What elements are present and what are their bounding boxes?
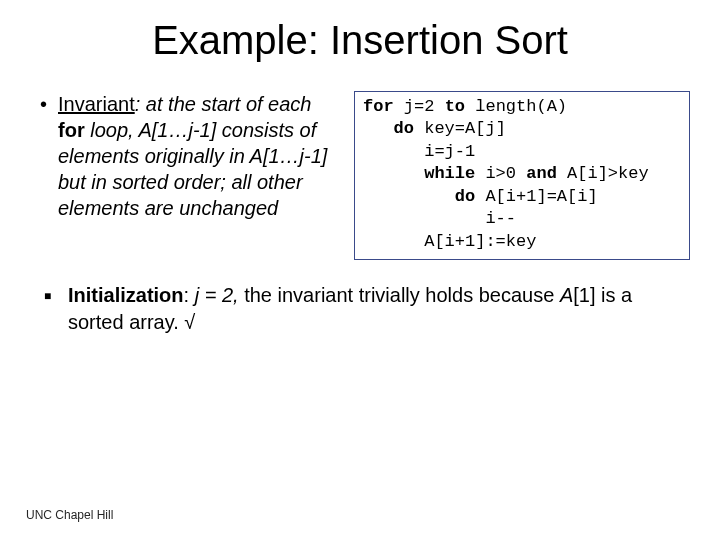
init-arr: A	[560, 284, 573, 306]
code-t: A[i]>key	[557, 164, 649, 183]
invariant-body: loop, A[1…j-1] consists of elements orig…	[58, 119, 327, 219]
code-box: for j=2 to length(A) do key=A[j] i=j-1 w…	[354, 91, 690, 260]
bullet-marker: •	[40, 91, 58, 221]
invariant-for: for	[58, 119, 85, 141]
code-t: A[i+1]:=key	[363, 232, 536, 251]
init-j2: j = 2,	[195, 284, 239, 306]
init-r1: the invariant trivially holds because	[239, 284, 560, 306]
code-t: i=j-1	[363, 142, 475, 161]
code-t: j=2	[394, 97, 445, 116]
slide-title: Example: Insertion Sort	[0, 18, 720, 63]
code-t: A[i+1]=A[i]	[475, 187, 597, 206]
invariant-text: Invariant: at the start of each for loop…	[58, 91, 340, 221]
footer-text: UNC Chapel Hill	[26, 508, 113, 522]
content-row: • Invariant: at the start of each for lo…	[0, 91, 720, 260]
kw-do2: do	[363, 187, 475, 206]
square-bullet-icon: ■	[44, 282, 68, 336]
initialization-text: Initialization: j = 2, the invariant tri…	[68, 282, 676, 336]
code-t: length(A)	[465, 97, 567, 116]
code-t: i--	[363, 209, 516, 228]
kw-to: to	[445, 97, 465, 116]
invariant-label: Invariant	[58, 93, 135, 115]
init-sep: :	[184, 284, 195, 306]
kw-while: while	[363, 164, 475, 183]
kw-do: do	[363, 119, 414, 138]
code-t: i>0	[475, 164, 526, 183]
invariant-pre: : at the start of each	[135, 93, 312, 115]
kw-for: for	[363, 97, 394, 116]
init-label: Initialization	[68, 284, 184, 306]
initialization-bullet: ■ Initialization: j = 2, the invariant t…	[44, 282, 676, 336]
invariant-bullet: • Invariant: at the start of each for lo…	[40, 91, 340, 221]
kw-and: and	[526, 164, 557, 183]
code-t: key=A[j]	[414, 119, 506, 138]
